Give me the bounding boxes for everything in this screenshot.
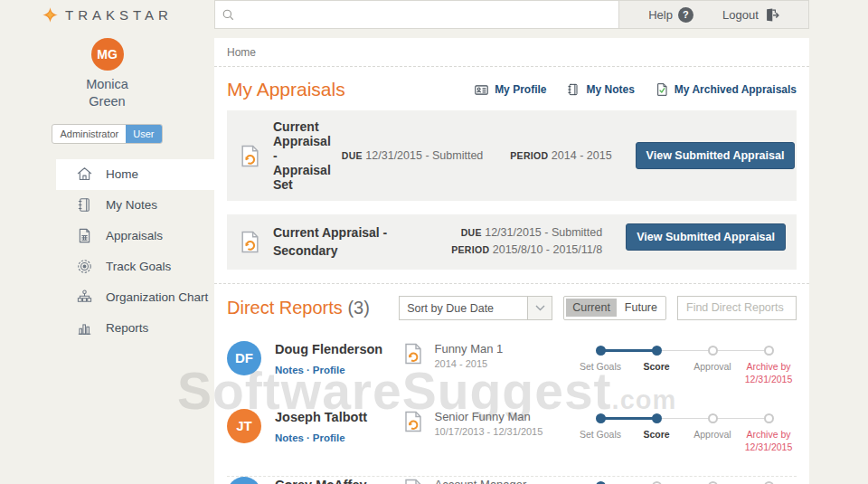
orgchart-icon — [76, 289, 94, 307]
current-future-toggle: Current Future — [563, 296, 666, 320]
appraisal-due: DUE 12/31/2015 - Submitted — [342, 149, 484, 162]
profile-link[interactable]: Profile — [313, 432, 345, 443]
appraisal-due-period: DUE 12/31/2015 - Submitted PERIOD 2015/8… — [451, 224, 602, 260]
timeline-dot — [652, 481, 662, 484]
breadcrumb[interactable]: Home — [214, 38, 809, 67]
user-name: Monica Green — [0, 76, 214, 110]
timeline-dot — [652, 346, 662, 356]
user-first-name: Monica — [0, 76, 214, 93]
view-submitted-appraisal-button[interactable]: View Submitted Appraisal — [626, 223, 786, 251]
appraisal-card-secondary: Current Appraisal - Secondary DUE 12/31/… — [227, 214, 797, 270]
sidebar-item-my-notes[interactable]: My Notes — [56, 190, 214, 221]
appraisal-card-title: Current Appraisal - Appraisal Set — [273, 119, 331, 192]
sidebar: MG Monica Green Administrator User Home … — [0, 29, 214, 484]
reports-barchart-icon — [76, 319, 94, 337]
link-separator: · — [307, 432, 310, 443]
sidebar-item-label: Reports — [106, 321, 148, 335]
timeline-step: Approval — [684, 413, 741, 454]
report-links: Notes·Profile — [275, 432, 401, 443]
appraisal-timeline: Set Goals Score Approval Archive by12/31… — [572, 409, 797, 456]
direct-reports-title-text: Direct Reports — [227, 298, 343, 318]
appraisal-info: Account Manager 2015/7/7 - 2015/7/30 — [434, 478, 526, 484]
appraisal-refresh-doc-icon — [238, 230, 262, 254]
appraisal-card-appraisal-set: Current Appraisal - Appraisal Set DUE 12… — [227, 110, 797, 201]
appraisal-refresh-doc-icon — [401, 478, 425, 484]
sidebar-item-appraisals[interactable]: Appraisals — [56, 221, 214, 251]
timeline-segment — [712, 350, 769, 351]
period-label: PERIOD — [451, 244, 489, 255]
chevron-down-icon — [527, 297, 552, 319]
sidebar-item-label: Organization Chart — [106, 290, 208, 304]
timeline-dot — [764, 413, 774, 423]
logout-door-icon — [764, 7, 779, 23]
appraisal-title: Account Manager — [434, 478, 526, 484]
sort-by-dropdown[interactable]: Sort by Due Date — [399, 296, 552, 320]
appraisal-refresh-doc-icon — [401, 342, 425, 369]
direct-reports-title: Direct Reports (3) — [227, 298, 370, 318]
avatar[interactable]: DF — [227, 341, 261, 375]
profile-card-icon — [474, 82, 489, 98]
timeline-segment — [712, 418, 769, 419]
my-appraisals-title: My Appraisals — [227, 79, 345, 100]
toggle-future[interactable]: Future — [618, 299, 664, 317]
avatar[interactable]: CM — [227, 477, 261, 484]
toggle-current[interactable]: Current — [566, 299, 617, 317]
report-name: Joseph Talbott — [275, 410, 401, 424]
notes-link[interactable]: Notes — [275, 432, 304, 443]
appraisal-title: Senior Funny Man — [434, 410, 542, 423]
role-toggle-user[interactable]: User — [126, 125, 161, 143]
home-icon — [76, 166, 94, 184]
timeline-dot — [764, 346, 774, 356]
direct-report-row: DF Doug Flenderson Notes·Profile Funny M… — [214, 331, 809, 399]
sidebar-item-label: Track Goals — [106, 260, 171, 273]
due-value: 12/31/2015 - Submitted — [365, 149, 483, 162]
trakstar-star-icon — [42, 6, 59, 24]
profile-link[interactable]: Profile — [313, 365, 345, 375]
appraisal-refresh-doc-icon — [238, 144, 262, 168]
appraisal-title: Funny Man 1 — [434, 342, 503, 356]
sidebar-item-home[interactable]: Home — [56, 159, 214, 190]
sidebar-item-label: Appraisals — [106, 229, 163, 242]
sidebar-item-organization-chart[interactable]: Organization Chart — [56, 282, 214, 313]
timeline-label: Archive by12/31/2015 — [745, 360, 793, 386]
find-direct-reports-input[interactable] — [677, 296, 797, 320]
search-input[interactable] — [241, 8, 612, 22]
notes-link[interactable]: Notes — [275, 365, 304, 375]
sidebar-item-track-goals[interactable]: Track Goals — [56, 251, 214, 282]
period-label: PERIOD — [510, 150, 548, 161]
report-name: Corey McAffey — [275, 478, 401, 484]
timeline-step: Archive by12/31/2015 — [741, 346, 797, 386]
my-archived-appraisals-link[interactable]: My Archived Appraisals — [655, 82, 797, 98]
user-avatar[interactable]: MG — [91, 38, 124, 71]
sidebar-item-reports[interactable]: Reports — [56, 313, 214, 344]
timeline-label: Score — [643, 428, 669, 441]
global-search[interactable] — [214, 0, 619, 29]
my-notes-label: My Notes — [586, 83, 634, 96]
timeline-label: Score — [643, 360, 669, 374]
report-appraisal: Account Manager 2015/7/7 - 2015/7/30 — [401, 477, 572, 484]
timeline-dot — [708, 413, 718, 423]
logout-button[interactable]: Logout — [722, 7, 779, 23]
my-archived-appraisals-label: My Archived Appraisals — [675, 83, 797, 96]
timeline-step: Archive by9/30/2016 — [741, 481, 797, 484]
archived-doc-icon — [655, 82, 669, 97]
dashed-divider — [227, 476, 797, 477]
view-submitted-appraisal-button[interactable]: View Submitted Appraisal — [636, 142, 796, 169]
avatar[interactable]: JT — [227, 409, 261, 443]
timeline-label: Set Goals — [580, 428, 621, 441]
my-profile-link[interactable]: My Profile — [474, 82, 546, 98]
help-label: Help — [648, 8, 673, 22]
help-button[interactable]: Help ? — [648, 7, 693, 23]
appraisals-icon — [76, 227, 94, 245]
timeline-dot — [708, 346, 718, 356]
my-notes-link[interactable]: My Notes — [566, 82, 634, 98]
help-icon: ? — [678, 7, 693, 23]
notebook-icon — [566, 82, 580, 97]
appraisal-period: PERIOD 2014 - 2015 — [510, 149, 611, 162]
role-toggle-administrator[interactable]: Administrator — [52, 125, 126, 143]
timeline-segment — [656, 418, 712, 419]
sidebar-item-label: Home — [106, 167, 138, 181]
timeline-dot — [708, 481, 718, 484]
report-appraisal: Funny Man 1 2014 - 2015 — [401, 341, 572, 369]
report-appraisal: Senior Funny Man 10/17/2013 - 12/31/2015 — [401, 409, 572, 437]
